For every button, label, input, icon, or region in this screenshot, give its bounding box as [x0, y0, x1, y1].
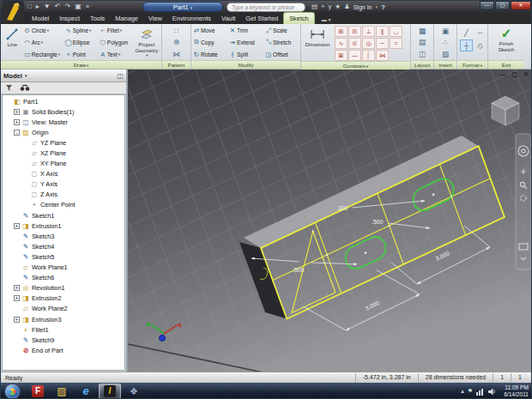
make-part-icon[interactable]: ▦ [419, 27, 426, 35]
sign-in-button[interactable]: Sign In [354, 4, 372, 10]
dimension-button[interactable]: Dimension [302, 25, 333, 61]
search-input[interactable]: Type a keyword or phrase [227, 3, 305, 12]
taskbar-internet-explorer-icon[interactable]: e [75, 384, 97, 399]
centerline-icon[interactable]: ┄ [474, 27, 487, 39]
wrench-icon[interactable]: + [321, 2, 324, 12]
undo-icon[interactable]: ↶ [55, 2, 61, 12]
driven-dimension-icon[interactable]: ◇ [474, 39, 487, 51]
redo-icon[interactable]: ↷ [64, 2, 70, 12]
tree-item-sketch3[interactable]: ✎Sketch3 [3, 231, 124, 241]
insert-acad-icon[interactable]: ▧ [442, 50, 449, 58]
collinear-icon[interactable]: ─ [376, 38, 389, 49]
perpendicular-icon[interactable]: ⊥ [362, 26, 375, 37]
layout-panel-label[interactable]: Layout [411, 60, 433, 69]
smooth-icon[interactable]: ∿ [335, 38, 348, 49]
browser-options-icon[interactable]: ◫ [117, 72, 124, 80]
tab-get-started[interactable]: Get Started [240, 13, 283, 24]
tool-ellipse[interactable]: ◯Ellipse [64, 37, 99, 48]
tree-expander-icon[interactable]: + [14, 119, 20, 125]
maximize-button[interactable]: ▢ [495, 1, 510, 10]
favorites-icon[interactable]: ★ [335, 2, 341, 12]
mirror-icon[interactable]: ⋈ [172, 50, 180, 58]
insert-panel-label[interactable]: Insert [434, 60, 456, 69]
tool-extend[interactable]: ⇥Extend [228, 37, 264, 48]
filter-icon[interactable] [5, 84, 13, 92]
volume-icon[interactable] [488, 388, 497, 396]
format-panel-label[interactable]: Format▾ [457, 60, 487, 69]
constrain-panel-label[interactable]: Constrain▾ [301, 61, 410, 70]
taskbar-paint-app-icon[interactable]: ❖ [123, 384, 145, 399]
vertical-icon[interactable]: │ [362, 50, 375, 61]
coincident-icon[interactable]: ⊙ [348, 38, 361, 49]
auto-dimension-icon[interactable]: ⊞ [335, 26, 348, 37]
tab-view[interactable]: View [143, 13, 167, 24]
tree-item-sketch4[interactable]: ✎Sketch4 [3, 241, 124, 251]
tree-expander-icon[interactable]: - [14, 130, 20, 136]
tool-text[interactable]: AText▾ [99, 49, 133, 60]
tab-manage[interactable]: Manage [110, 13, 143, 24]
tab-sketch[interactable]: Sketch [283, 12, 315, 24]
tree-item-extrusion3[interactable]: +◨Extrusion3 [3, 314, 124, 324]
tree-item-sketch5[interactable]: ✎Sketch5 [3, 251, 124, 262]
network-icon[interactable] [476, 388, 485, 396]
tool-split[interactable]: ∤Split [228, 49, 264, 60]
navigation-bar[interactable] [516, 134, 531, 269]
insert-image-icon[interactable]: ▣ [442, 27, 449, 35]
import-points-icon[interactable]: ∴ [443, 38, 447, 46]
document-title-pill[interactable]: Part1▾ [142, 2, 223, 12]
equal-icon[interactable]: = [390, 38, 402, 49]
taskbar-inventor-icon[interactable]: I [99, 384, 121, 399]
tree-item-yz-plane[interactable]: ▱YZ Plane [3, 137, 124, 148]
tree-item-origin[interactable]: -▨Origin [3, 127, 124, 137]
draw-panel-label[interactable]: Draw▾ [1, 60, 161, 69]
action-center-flag-icon[interactable]: ⚑ [468, 388, 473, 395]
tool-copy[interactable]: ⧉Copy [192, 37, 228, 48]
tree-item-xy-plane[interactable]: ▱XY Plane [3, 159, 124, 169]
tree-expander-icon[interactable]: + [14, 223, 20, 229]
sign-in-arrow-icon[interactable]: ▾ [376, 4, 378, 9]
tangent-icon[interactable]: ◡ [390, 26, 402, 37]
browser-header[interactable]: Model▾ ◫ [1, 70, 126, 82]
parallel-icon[interactable]: ∥ [376, 26, 389, 37]
save-icon[interactable]: ▼ [44, 2, 51, 12]
start-button[interactable] [5, 384, 20, 399]
construction-icon[interactable]: ╱ [460, 27, 473, 39]
rectangular-pattern-icon[interactable]: ∷ [174, 27, 178, 35]
tab-model[interactable]: Model [27, 13, 54, 24]
tree-expander-icon[interactable]: + [14, 317, 20, 323]
tree-item-extrusion1[interactable]: +◨Extrusion1 [3, 221, 124, 231]
finish-sketch-button[interactable]: ✓ Finish Sketch [489, 25, 523, 60]
tool-arc[interactable]: ◠Arc▾ [23, 37, 64, 48]
tab-inspect[interactable]: Inspect [54, 13, 85, 24]
ribbon-display-toggle[interactable]: ▬ ▾ [322, 16, 331, 24]
3d-viewport[interactable]: .300 .500 .500 3.000 3.000 [128, 70, 532, 372]
tree-item-extrusion2[interactable]: +◨Extrusion2 [3, 293, 124, 304]
close-button[interactable]: ✕ [511, 1, 531, 10]
tree-item-x-axis[interactable]: ◻X Axis [3, 169, 124, 179]
tree-item-center-point[interactable]: +Center Point [3, 200, 124, 210]
doc-minimize-icon[interactable]: — [500, 71, 506, 78]
taskbar-clock[interactable]: 11:09 PM 6/14/2011 [500, 384, 529, 398]
find-icon[interactable] [20, 84, 30, 92]
tool-offset[interactable]: ◳Offset [264, 49, 300, 60]
user-icon[interactable]: ♟ [344, 2, 350, 12]
tool-spline[interactable]: ∿Spline▾ [64, 25, 99, 36]
fix-icon[interactable]: ⊠ [335, 50, 348, 61]
tree-item-solid-bodies-1-[interactable]: +▣Solid Bodies(1) [3, 106, 124, 117]
tree-item-part1[interactable]: ◧Part1 [3, 96, 124, 106]
tool-circle[interactable]: ⊙Circle▾ [23, 25, 64, 36]
tree-item-view-master[interactable]: +◫View: Master [3, 117, 124, 127]
project-geometry-button[interactable]: Project Geometry▾ [133, 25, 160, 60]
tool-move[interactable]: ⇄Move [192, 25, 228, 36]
tree-item-z-axis[interactable]: ◻Z Axis [3, 190, 124, 200]
new-icon[interactable]: □ [27, 2, 32, 12]
tool-polygon[interactable]: ⬡Polygon [99, 37, 133, 48]
concentric-icon[interactable]: ◎ [362, 38, 375, 49]
tool-fillet[interactable]: ⌐Fillet▾ [99, 25, 133, 36]
modify-panel-label[interactable]: Modify [191, 60, 300, 69]
symmetric-icon[interactable]: ⋈ [376, 50, 389, 61]
pattern-panel-label[interactable]: Pattern [162, 60, 190, 69]
tree-expander-icon[interactable]: + [14, 295, 20, 301]
tree-expander-icon[interactable]: + [14, 285, 20, 291]
tree-item-work-plane1[interactable]: ▱Work Plane1 [3, 263, 124, 273]
